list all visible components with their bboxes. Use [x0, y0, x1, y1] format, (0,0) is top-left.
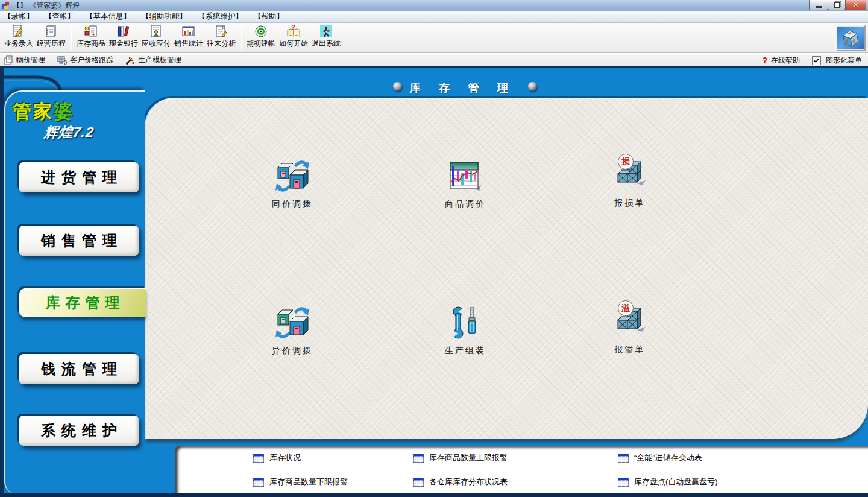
menu-record[interactable]: 【录帐】 — [4, 11, 34, 22]
window-title: 【】 《管家婆》辉煌 — [13, 0, 80, 11]
sidebar-item-cashflow[interactable]: 钱流管理 — [19, 354, 139, 384]
minimize-icon — [816, 6, 822, 8]
table-icon — [413, 478, 424, 487]
bottom-edge-strip — [0, 493, 868, 497]
toolbar-transaction-analysis[interactable]: 往来分析 — [205, 24, 237, 48]
link-almighty-change-table[interactable]: “全能”进销存变动表 — [618, 452, 702, 463]
graphic-menu-checkbox[interactable] — [812, 56, 821, 65]
initial-setup-icon — [254, 24, 268, 39]
icon-loss-report[interactable]: 损 报损单 — [588, 158, 672, 209]
link-warehouse-distribution[interactable]: 各仓库库存分布状况表 — [413, 476, 508, 487]
goods-price-adjust-icon — [448, 159, 482, 193]
loss-badge: 损 — [618, 154, 634, 169]
sidebar-panel: 管家婆 辉煌7.2 进货管理 销售管理 库存管理 钱流管理 系统维护 — [4, 90, 145, 494]
sidebar-item-inventory-selected[interactable]: 库存管理 — [19, 288, 146, 317]
toolbar-receivable-payable[interactable]: 应收应付 — [140, 24, 172, 48]
link-stock-status[interactable]: 库存状况 — [253, 452, 301, 463]
stock-goods-icon — [84, 24, 98, 39]
app-window: 【】 《管家婆》辉煌 ✕ 【录帐】 【查帐】 【基本信息】 【辅助功能】 【系统… — [0, 0, 868, 497]
menu-basic-info[interactable]: 【基本信息】 — [86, 11, 131, 22]
toolbar-customer-price-tracking[interactable]: 客户价格跟踪 — [57, 55, 113, 65]
content-panel: 同价调拨 商品调价 损 报损单 异价调拨 生产组装 — [145, 98, 868, 439]
sidebar-item-system-maintain[interactable]: 系统维护 — [19, 416, 139, 446]
toolbar-sales-statistics[interactable]: 销售统计 — [172, 24, 205, 48]
cube-logo-icon — [837, 27, 864, 49]
graphic-menu-label[interactable]: 图形化菜单 — [825, 55, 863, 66]
restore-button[interactable] — [828, 0, 846, 10]
toolbar-price-management[interactable]: 物价管理 — [4, 55, 45, 65]
same-price-transfer-icon — [275, 159, 309, 193]
icon-same-price-transfer[interactable]: 同价调拨 — [250, 159, 335, 210]
main-toolbar: 业务录入 经营历程 库存商品 现金银 — [0, 23, 868, 53]
icon-goods-price-adjust[interactable]: 商品调价 — [423, 159, 508, 210]
title-bar: 【】 《管家婆》辉煌 ✕ — [0, 0, 868, 11]
restore-icon — [834, 2, 840, 8]
menu-check[interactable]: 【查帐】 — [45, 11, 75, 22]
how-to-start-icon: ? — [286, 24, 301, 39]
overflow-badge: 溢 — [618, 300, 634, 316]
customer-price-tracking-icon — [57, 55, 67, 65]
icon-diff-price-transfer[interactable]: 异价调拨 — [250, 306, 335, 356]
sidebar-item-purchase[interactable]: 进货管理 — [19, 162, 139, 192]
toolbar-cash-bank[interactable]: 现金银行 — [107, 24, 140, 48]
toolbar-separator — [241, 25, 242, 50]
svg-text:?: ? — [291, 24, 295, 31]
table-icon — [618, 454, 629, 463]
close-icon: ✕ — [853, 1, 858, 9]
table-icon — [253, 478, 264, 487]
table-icon — [413, 454, 424, 463]
toolbar-separator — [71, 25, 72, 50]
diff-price-transfer-icon — [275, 306, 309, 340]
cash-bank-icon — [116, 24, 131, 39]
menu-system-maintain[interactable]: 【系统维护】 — [198, 11, 243, 22]
production-assembly-icon — [448, 306, 482, 340]
checkmark-icon — [813, 57, 820, 64]
toolbar-production-template[interactable]: 生产模板管理 — [125, 55, 181, 65]
menu-bar: 【录帐】 【查帐】 【基本信息】 【辅助功能】 【系统维护】 【帮助】 — [0, 11, 868, 23]
app-icon — [2, 1, 10, 10]
business-history-icon — [44, 24, 58, 39]
toolbar2-right-group: ? 在线帮助 图形化菜单 — [762, 54, 863, 67]
toolbar-business-entry[interactable]: 业务录入 — [2, 24, 35, 48]
link-stock-upper-limit-alarm[interactable]: 库存商品数量上限报警 — [413, 452, 508, 463]
price-management-icon — [4, 55, 13, 65]
cube-logo-button[interactable] — [835, 25, 866, 51]
sales-statistics-icon — [181, 24, 196, 39]
toolbar-business-history[interactable]: 经营历程 — [35, 24, 68, 48]
table-icon — [618, 478, 629, 487]
toolbar-initial-setup[interactable]: 期初建帐 — [245, 24, 277, 48]
help-question-icon: ? — [762, 55, 767, 65]
brand-logo: 管家婆 — [13, 99, 74, 124]
production-template-icon — [125, 55, 135, 65]
toolbar-how-to-start[interactable]: ? 如何开始 — [277, 24, 310, 48]
main-area: 库 存 管 理 同价调拨 商品调价 损 报损单 异价调拨 — [0, 66, 868, 497]
brand-version: 辉煌7.2 — [43, 123, 95, 142]
sphere-bullet-icon — [393, 82, 402, 91]
report-links-panel: 库存状况 库存商品数量上限报警 “全能”进销存变动表 库存商品数量下限报警 各仓… — [175, 446, 868, 495]
business-entry-icon — [11, 24, 26, 39]
icon-overflow-report[interactable]: 溢 报溢单 — [588, 305, 672, 355]
secondary-toolbar: 物价管理 客户价格跟踪 生产模板管理 ? 在线帮助 — [0, 53, 868, 66]
receivable-payable-icon — [149, 24, 163, 39]
toolbar-stock-goods[interactable]: 库存商品 — [75, 24, 107, 48]
link-stock-lower-limit-alarm[interactable]: 库存商品数量下限报警 — [253, 476, 348, 487]
exit-system-icon — [319, 24, 333, 39]
left-edge-strip — [0, 68, 4, 497]
minimize-button[interactable] — [809, 0, 828, 10]
online-help-link[interactable]: 在线帮助 — [771, 55, 800, 66]
transaction-analysis-icon — [214, 24, 228, 39]
sphere-bullet-icon — [528, 82, 537, 91]
icon-production-assembly[interactable]: 生产组装 — [423, 306, 508, 356]
toolbar-exit-system[interactable]: 退出系统 — [310, 24, 342, 48]
menu-help[interactable]: 【帮助】 — [254, 11, 284, 22]
sidebar-item-sales[interactable]: 销售管理 — [19, 226, 139, 256]
section-title: 库 存 管 理 — [29, 81, 868, 95]
menu-aux-功能[interactable]: 【辅助功能】 — [142, 11, 187, 22]
table-icon — [253, 454, 264, 463]
close-button[interactable]: ✕ — [845, 0, 866, 10]
link-stock-taking[interactable]: 库存盘点(自动盘赢盘亏) — [618, 476, 718, 487]
